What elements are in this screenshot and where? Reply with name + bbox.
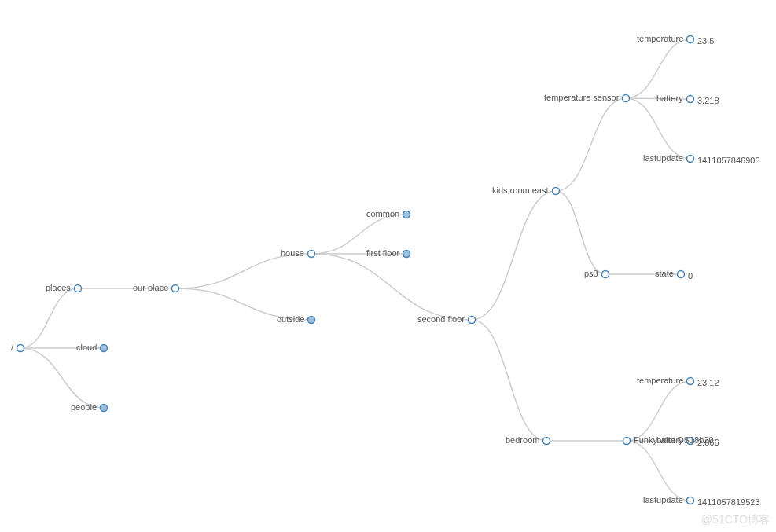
tree-node-bd_temp[interactable] xyxy=(687,378,694,385)
tree-node-funky[interactable] xyxy=(623,438,631,445)
tree-node-kids[interactable] xyxy=(553,188,560,195)
node-value-bd_batt: 2.866 xyxy=(697,438,719,447)
tree-node-places[interactable] xyxy=(75,285,82,292)
tree-node-cloud[interactable] xyxy=(101,345,108,352)
node-label-people: people xyxy=(71,402,97,412)
tree-node-common[interactable] xyxy=(403,211,410,218)
tree-node-bedroom[interactable] xyxy=(543,438,550,445)
tree-link xyxy=(20,348,104,408)
tree-link xyxy=(472,320,546,441)
tree-link xyxy=(627,381,690,441)
node-label-kids: kids room east xyxy=(492,185,549,195)
node-label-ts_temp: temperature xyxy=(637,34,683,43)
node-label-state: state xyxy=(655,269,674,278)
tree-link xyxy=(627,441,690,501)
tree-node-ps3[interactable] xyxy=(602,271,609,278)
node-value-ts_batt: 3.218 xyxy=(697,96,719,105)
tree-node-root[interactable] xyxy=(17,345,24,352)
tree-link xyxy=(626,39,690,98)
tree-node-temp_sensor[interactable] xyxy=(623,95,630,102)
node-label-common: common xyxy=(366,209,399,218)
node-label-first: first floor xyxy=(366,248,399,258)
tree-link xyxy=(311,254,472,320)
node-label-bedroom: bedroom xyxy=(506,435,539,445)
tree-node-house[interactable] xyxy=(308,251,315,258)
node-value-bd_temp: 23.12 xyxy=(697,378,719,387)
node-label-root: / xyxy=(11,343,13,352)
tree-node-second[interactable] xyxy=(469,317,476,324)
tree-node-first[interactable] xyxy=(403,251,410,258)
node-label-ps3: ps3 xyxy=(584,269,598,278)
node-value-ts_last: 1411057846905 xyxy=(697,156,760,165)
node-label-ts_last: lastupdate xyxy=(643,153,683,163)
tree-link xyxy=(20,288,78,348)
node-label-bd_temp: temperature xyxy=(637,376,683,385)
node-label-temp_sensor: temperature sensor xyxy=(544,93,619,102)
tree-link xyxy=(472,191,556,320)
node-value-ts_temp: 23.5 xyxy=(697,36,714,46)
tree-link xyxy=(556,98,626,191)
tree-node-outside[interactable] xyxy=(308,317,315,324)
node-label-outside: outside xyxy=(277,314,304,324)
tree-node-state[interactable] xyxy=(678,271,685,278)
tree-node-ts_batt[interactable] xyxy=(687,96,694,103)
node-label-cloud: cloud xyxy=(76,343,97,352)
node-value-bd_last: 1411057819523 xyxy=(697,497,760,507)
node-label-second: second floor xyxy=(417,314,465,324)
tree-node-our_place[interactable] xyxy=(172,285,179,292)
tree-link xyxy=(175,254,311,288)
tree-node-bd_last[interactable] xyxy=(687,497,694,504)
node-value-state: 0 xyxy=(688,271,693,281)
node-label-house: house xyxy=(281,248,304,258)
tree-node-ts_last[interactable] xyxy=(687,156,694,163)
node-label-ts_batt: battery xyxy=(656,94,683,103)
tree-link xyxy=(556,191,605,274)
tree-node-ts_temp[interactable] xyxy=(687,36,694,43)
node-label-bd_last: lastupdate xyxy=(643,495,683,504)
node-label-places: places xyxy=(46,283,71,292)
tree-diagram-svg xyxy=(0,0,776,532)
node-label-our_place: our place xyxy=(133,283,168,292)
tree-link xyxy=(626,98,690,159)
tree-node-people[interactable] xyxy=(101,405,108,412)
node-label-bd_batt: battery xyxy=(656,435,683,445)
